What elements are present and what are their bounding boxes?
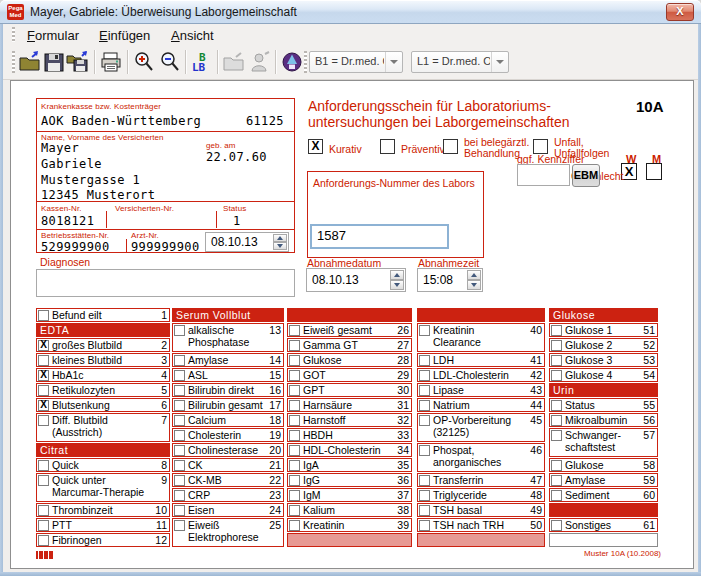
lab-test-checkbox[interactable]: [38, 460, 49, 471]
spin-down-icon[interactable]: [390, 280, 404, 290]
lab-test-row[interactable]: Glukose 252: [549, 338, 658, 352]
ebm-button[interactable]: EBM: [572, 164, 600, 187]
lab-test-checkbox[interactable]: [174, 475, 185, 486]
lab-test-checkbox[interactable]: [174, 505, 185, 516]
lab-test-checkbox[interactable]: [38, 520, 49, 531]
lab-test-row[interactable]: Triglyceride48: [417, 488, 545, 502]
lab-test-checkbox[interactable]: X: [38, 400, 49, 411]
spin-down-icon[interactable]: [273, 242, 287, 250]
lab-test-row[interactable]: HDL-Cholesterin34: [287, 443, 412, 457]
lab-test-row[interactable]: Amylase59: [549, 473, 658, 487]
lab-test-row[interactable]: CK21: [172, 458, 284, 472]
spin-up-icon[interactable]: [467, 270, 481, 280]
menu-ansicht[interactable]: Ansicht: [171, 28, 214, 43]
lab-test-row[interactable]: Thrombinzeit10: [36, 503, 170, 517]
lab-test-row[interactable]: CRP23: [172, 488, 284, 502]
lab-test-row[interactable]: Sonstiges61: [549, 518, 658, 532]
lab-test-row[interactable]: Schwanger-schaftstest57: [549, 428, 658, 457]
lab-test-row[interactable]: XBlutsenkung6: [36, 398, 170, 412]
spin-up-icon[interactable]: [273, 234, 287, 242]
lab-test-row[interactable]: Befund eilt1: [36, 308, 170, 322]
lab-test-checkbox[interactable]: [419, 505, 430, 516]
lab-test-row[interactable]: Glukose58: [549, 458, 658, 472]
lab-test-checkbox[interactable]: [551, 490, 562, 501]
lab-test-checkbox[interactable]: [174, 415, 185, 426]
diagnosen-textarea[interactable]: [36, 269, 295, 297]
lab-test-row[interactable]: Harnstoff32: [287, 413, 412, 427]
lab-test-checkbox[interactable]: [289, 400, 300, 411]
zoom-out-icon[interactable]: [158, 50, 182, 74]
lab-test-checkbox[interactable]: [174, 325, 185, 336]
belegaerztlich-checkbox[interactable]: [443, 139, 458, 154]
lab-test-checkbox[interactable]: [174, 430, 185, 441]
lab-test-row[interactable]: KreatininClearance40: [417, 323, 545, 352]
lab-test-checkbox[interactable]: [419, 400, 430, 411]
lab-test-checkbox[interactable]: [289, 430, 300, 441]
lab-test-row[interactable]: kleines Blutbild3: [36, 353, 170, 367]
abnahmezeit-spinbox[interactable]: 15:08: [417, 268, 483, 292]
lab-test-checkbox[interactable]: [551, 325, 562, 336]
lab-test-checkbox[interactable]: [419, 415, 430, 426]
lab-test-checkbox[interactable]: [289, 505, 300, 516]
unfall-checkbox[interactable]: [533, 139, 548, 154]
lab-test-checkbox[interactable]: [38, 385, 49, 396]
lab-test-row[interactable]: Glukose 454: [549, 368, 658, 382]
lab-test-checkbox[interactable]: [38, 475, 49, 486]
lab-test-checkbox[interactable]: [419, 445, 430, 456]
lab-test-checkbox[interactable]: [419, 325, 430, 336]
lab-test-checkbox[interactable]: [419, 475, 430, 486]
lab-test-row[interactable]: Diff. Blutbild(Ausstrich)7: [36, 413, 170, 442]
lab-test-row[interactable]: Status55: [549, 398, 658, 412]
lab-test-row[interactable]: Harnsäure31: [287, 398, 412, 412]
lab-test-row[interactable]: Glukose28: [287, 353, 412, 367]
lab-test-checkbox[interactable]: [551, 475, 562, 486]
lab-test-checkbox[interactable]: [551, 400, 562, 411]
save-as-icon[interactable]: [66, 50, 90, 74]
lab-test-checkbox[interactable]: [174, 460, 185, 471]
lab-test-row[interactable]: Fibrinogen12: [36, 533, 170, 547]
lab-test-row[interactable]: Kalium38: [287, 503, 412, 517]
lab-test-row[interactable]: LDL-Cholesterin42: [417, 368, 545, 382]
lab-test-row[interactable]: IgA35: [287, 458, 412, 472]
lab-test-checkbox[interactable]: [551, 430, 562, 441]
lab-test-checkbox[interactable]: [551, 355, 562, 366]
lab-test-row[interactable]: CK-MB22: [172, 473, 284, 487]
lab-test-row[interactable]: Lipase43: [417, 383, 545, 397]
lab-test-row[interactable]: Eiweiß gesamt26: [287, 323, 412, 337]
sonstiges-free-input[interactable]: [549, 533, 658, 547]
lab-test-checkbox[interactable]: [289, 520, 300, 531]
lab-test-row[interactable]: TSH basal49: [417, 503, 545, 517]
kennziffer-input[interactable]: [517, 164, 570, 186]
abnahmedatum-spinbox[interactable]: 08.10.13: [306, 268, 406, 292]
geschlecht-m-checkbox[interactable]: [646, 163, 662, 180]
doctor-b1-combobox[interactable]: B1 = Dr.med. Ol: [309, 51, 403, 73]
anforderungsnummer-input[interactable]: 1587: [310, 224, 449, 249]
lab-test-row[interactable]: GPT30: [287, 383, 412, 397]
menu-einfuegen[interactable]: Einfügen: [99, 28, 150, 43]
lab-test-checkbox[interactable]: X: [38, 340, 49, 351]
lab-test-checkbox[interactable]: [551, 415, 562, 426]
lab-test-checkbox[interactable]: [419, 490, 430, 501]
lab-test-row[interactable]: Quick8: [36, 458, 170, 472]
lab-test-row[interactable]: Cholesterin19: [172, 428, 284, 442]
lab-test-checkbox[interactable]: [289, 385, 300, 396]
lab-test-checkbox[interactable]: [551, 340, 562, 351]
lab-test-checkbox[interactable]: [289, 355, 300, 366]
doctor-l1-combobox[interactable]: L1 = Dr.med. Ot: [411, 51, 509, 73]
print-icon[interactable]: [99, 50, 123, 74]
zoom-in-icon[interactable]: [132, 50, 156, 74]
lab-test-checkbox[interactable]: [551, 370, 562, 381]
lab-test-row[interactable]: Retikulozyten5: [36, 383, 170, 397]
lab-test-checkbox[interactable]: [551, 520, 562, 531]
lab-test-row[interactable]: Amylase14: [172, 353, 284, 367]
lab-test-checkbox[interactable]: [419, 520, 430, 531]
lab-test-row[interactable]: Transferrin47: [417, 473, 545, 487]
lab-test-checkbox[interactable]: [419, 370, 430, 381]
lab-test-checkbox[interactable]: [289, 445, 300, 456]
close-button[interactable]: X: [666, 3, 694, 21]
spin-up-icon[interactable]: [390, 270, 404, 280]
lab-test-checkbox[interactable]: [289, 370, 300, 381]
lab-test-row[interactable]: Mikroalbumin56: [549, 413, 658, 427]
lab-test-checkbox[interactable]: [174, 370, 185, 381]
lab-test-row[interactable]: Gamma GT27: [287, 338, 412, 352]
